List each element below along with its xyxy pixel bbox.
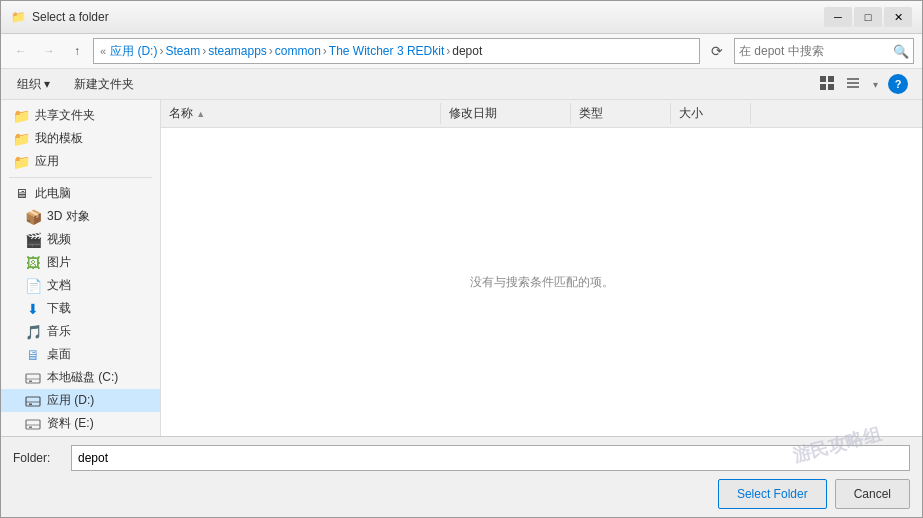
sidebar-item-downloads[interactable]: ⬇ 下载 <box>1 297 160 320</box>
view-arrow: ▾ <box>873 79 878 90</box>
breadcrumb-sep-3: › <box>269 44 273 58</box>
main-content: 📁 共享文件夹 📁 我的模板 📁 应用 🖥 此电脑 📦 3D <box>1 100 922 436</box>
apps-folder-icon: 📁 <box>13 154 29 170</box>
breadcrumb-drive[interactable]: 应用 (D:) <box>110 43 157 60</box>
svg-rect-12 <box>29 403 32 405</box>
breadcrumb-steamapps[interactable]: steamapps <box>208 44 267 58</box>
breadcrumb-depot[interactable]: depot <box>452 44 482 58</box>
maximize-button[interactable]: □ <box>854 7 882 27</box>
music-icon: 🎵 <box>25 324 41 340</box>
desktop-icon: 🖥 <box>25 347 41 363</box>
help-button[interactable]: ? <box>888 74 908 94</box>
sidebar-label-this-pc: 此电脑 <box>35 185 71 202</box>
new-folder-button[interactable]: 新建文件夹 <box>66 72 142 96</box>
sidebar: 📁 共享文件夹 📁 我的模板 📁 应用 🖥 此电脑 📦 3D <box>1 100 161 436</box>
col-header-size[interactable]: 大小 <box>671 103 751 124</box>
sidebar-item-3d[interactable]: 📦 3D 对象 <box>1 205 160 228</box>
sidebar-label-music: 音乐 <box>47 323 71 340</box>
sidebar-item-videos[interactable]: 🎬 视频 <box>1 228 160 251</box>
buttons-row: Select Folder Cancel <box>13 479 910 509</box>
documents-icon: 📄 <box>25 278 41 294</box>
breadcrumb-sep-2: › <box>202 44 206 58</box>
shared-folder-icon: 📁 <box>13 108 29 124</box>
sidebar-item-desktop[interactable]: 🖥 桌面 <box>1 343 160 366</box>
sidebar-label-templates: 我的模板 <box>35 130 83 147</box>
svg-rect-3 <box>828 84 834 90</box>
sidebar-item-shared-folder[interactable]: 📁 共享文件夹 <box>1 104 160 127</box>
folder-row: Folder: <box>13 445 910 471</box>
3d-icon: 📦 <box>25 209 41 225</box>
breadcrumb-prefix: « <box>100 45 106 57</box>
back-button[interactable]: ← <box>9 39 33 63</box>
videos-icon: 🎬 <box>25 232 41 248</box>
svg-rect-1 <box>828 76 834 82</box>
col-header-date[interactable]: 修改日期 <box>441 103 571 124</box>
sidebar-label-drive-e: 资料 (E:) <box>47 415 94 432</box>
breadcrumb-bar[interactable]: « 应用 (D:) › Steam › steamapps › common ›… <box>93 38 700 64</box>
this-pc-icon: 🖥 <box>13 186 29 202</box>
sidebar-label-drive-c: 本地磁盘 (C:) <box>47 369 118 386</box>
downloads-icon: ⬇ <box>25 301 41 317</box>
sidebar-label-apps: 应用 <box>35 153 59 170</box>
organize-button[interactable]: 组织 ▾ <box>9 72 58 96</box>
svg-rect-13 <box>26 420 40 429</box>
title-bar: 📁 Select a folder ─ □ ✕ <box>1 1 922 34</box>
select-folder-button[interactable]: Select Folder <box>718 479 827 509</box>
nav-toolbar: ← → ↑ « 应用 (D:) › Steam › steamapps › co… <box>1 34 922 69</box>
view-controls: ▾ ? <box>815 73 914 96</box>
sidebar-label-3d: 3D 对象 <box>47 208 90 225</box>
drive-c-icon <box>25 370 41 386</box>
file-list-header: 名称 ▲ 修改日期 类型 大小 <box>161 100 922 128</box>
title-bar-left: 📁 Select a folder <box>11 10 109 24</box>
search-box: 🔍 <box>734 38 914 64</box>
sidebar-label-shared: 共享文件夹 <box>35 107 95 124</box>
search-icon[interactable]: 🔍 <box>893 44 909 59</box>
svg-rect-2 <box>820 84 826 90</box>
sidebar-item-my-templates[interactable]: 📁 我的模板 <box>1 127 160 150</box>
breadcrumb-sep-5: › <box>446 44 450 58</box>
col-header-name[interactable]: 名称 ▲ <box>161 103 441 124</box>
sidebar-item-music[interactable]: 🎵 音乐 <box>1 320 160 343</box>
sidebar-label-videos: 视频 <box>47 231 71 248</box>
window-title: Select a folder <box>32 10 109 24</box>
breadcrumb-steam[interactable]: Steam <box>165 44 200 58</box>
col-header-type[interactable]: 类型 <box>571 103 671 124</box>
svg-rect-9 <box>29 380 32 382</box>
breadcrumb-sep-1: › <box>159 44 163 58</box>
close-button[interactable]: ✕ <box>884 7 912 27</box>
sidebar-item-drive-c[interactable]: 本地磁盘 (C:) <box>1 366 160 389</box>
refresh-button[interactable]: ⟳ <box>704 38 730 64</box>
minimize-button[interactable]: ─ <box>824 7 852 27</box>
sidebar-label-drive-d: 应用 (D:) <box>47 392 94 409</box>
view-toggle-button[interactable] <box>815 73 839 96</box>
cancel-button[interactable]: Cancel <box>835 479 910 509</box>
images-icon: 🖼 <box>25 255 41 271</box>
sidebar-item-drive-e[interactable]: 资料 (E:) <box>1 412 160 435</box>
sort-arrow: ▲ <box>196 109 205 119</box>
forward-button[interactable]: → <box>37 39 61 63</box>
sidebar-item-images[interactable]: 🖼 图片 <box>1 251 160 274</box>
up-button[interactable]: ↑ <box>65 39 89 63</box>
select-folder-dialog: 📁 Select a folder ─ □ ✕ ← → ↑ « 应用 (D:) … <box>0 0 923 518</box>
empty-message: 没有与搜索条件匹配的项。 <box>470 274 614 291</box>
search-input[interactable] <box>739 44 893 58</box>
sidebar-item-drive-d[interactable]: 应用 (D:) <box>1 389 160 412</box>
svg-rect-10 <box>26 397 40 406</box>
title-bar-controls: ─ □ ✕ <box>824 7 912 27</box>
sidebar-item-apps[interactable]: 📁 应用 <box>1 150 160 173</box>
breadcrumb-common[interactable]: common <box>275 44 321 58</box>
my-templates-icon: 📁 <box>13 131 29 147</box>
sidebar-label-downloads: 下载 <box>47 300 71 317</box>
svg-rect-7 <box>26 374 40 383</box>
file-list: 名称 ▲ 修改日期 类型 大小 没有与搜索条件匹配的项。 <box>161 100 922 436</box>
drive-e-icon <box>25 416 41 432</box>
breadcrumb-witcher[interactable]: The Witcher 3 REDkit <box>329 44 444 58</box>
sidebar-item-this-pc[interactable]: 🖥 此电脑 <box>1 182 160 205</box>
sidebar-label-desktop: 桌面 <box>47 346 71 363</box>
sidebar-divider-1 <box>9 177 152 178</box>
sidebar-item-documents[interactable]: 📄 文档 <box>1 274 160 297</box>
drive-d-icon <box>25 393 41 409</box>
folder-input[interactable] <box>71 445 910 471</box>
breadcrumb-sep-4: › <box>323 44 327 58</box>
view-details-button[interactable] <box>841 73 865 96</box>
